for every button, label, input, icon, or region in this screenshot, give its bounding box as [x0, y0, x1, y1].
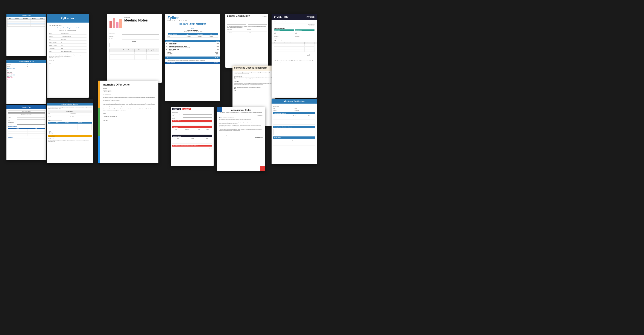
list-item: Event Name Speaker - Topic: [7, 72, 45, 74]
doc5-parties: Landlord Tenant: [227, 21, 266, 25]
doc12-objective-section: Meeting objective: [172, 120, 212, 122]
table-row: [273, 122, 315, 125]
doc1-title: Training Plan: [6, 14, 46, 17]
doc9-trainee-field: Trainee: [8, 117, 45, 118]
doc14-date-leader-row: Date Leader: [273, 108, 315, 109]
doc13-subtitle: The terms and conditions of the employme…: [220, 112, 262, 113]
doc13-dear: Dear «» name of the employee «»: [220, 117, 262, 118]
doc11-sign-name: <<Print your name>>: [102, 118, 156, 120]
sidebar-bot: [98, 136, 100, 163]
doc12-header: MEETING AGENDA: [171, 107, 214, 111]
table-row: [8, 26, 45, 27]
doc12-address-field: Meeting Address:: [172, 117, 212, 118]
doc5-text: The parties agree to the terms and condi…: [227, 26, 266, 28]
purchase-order-doc: Zylker 1AXX, Downtown Avenue, Los Angele…: [165, 14, 220, 101]
conference-plan-doc: CONFERENCE PLAN Conference Host Location…: [6, 60, 46, 104]
doc2-greeting: Dear Richard Johnnson,: [49, 25, 86, 26]
doc13-body4: Your compensation is rumoured to be paid…: [220, 129, 262, 132]
doc12-preparation-field: Preparation/topic:: [172, 112, 212, 113]
doc6-header: SOFTWARE LICENSE AGREEMENT: [232, 66, 276, 71]
doc6-checkbox-area: I agree to the terms and conditions of t…: [234, 87, 274, 89]
doc10-grand-total: Grand Total: [48, 135, 92, 137]
doc11-sign-title: <<Your title>>: [102, 120, 156, 121]
training-plan-large-doc: Training Plan [ Name of your training ] …: [6, 105, 46, 160]
doc5-title: RENTAL AGREEMENT: [227, 15, 250, 18]
doc3-title-area: Activity Meeting Notes: [124, 17, 148, 22]
doc4-company: Zylker: [168, 16, 179, 20]
doc3-table-header: Topic Discussion & Agreements Action Ite…: [110, 49, 159, 52]
doc7-header: ZYLKER INC. INVOICE: [272, 14, 317, 20]
doc13-content: Appointment Order The terms and conditio…: [217, 107, 265, 140]
doc4-totals: Sub Total630.00 Tax(18.70%):28.35 Tax(7.…: [165, 51, 220, 56]
doc12-decisions: Decisions Prepared by: [172, 147, 212, 149]
internship-offer-letter-doc: Internship Offer Letter «» Date «» «» St…: [98, 81, 158, 163]
table-row: UPS 07/03/2023 07/03/2021 321014: [168, 36, 218, 38]
doc12-agenda-label: AGENDA: [182, 108, 191, 110]
doc14-notes-section: Meeting Notes / Decisions / Issues: [273, 126, 315, 128]
meeting-agenda-doc: MEETING AGENDA Preparation/topic: Date (…: [171, 107, 214, 166]
list-item: 3 Print Ad - Basic - Color 1/8 size Colo…: [165, 48, 220, 51]
table-row: [273, 117, 315, 120]
doc7-order-header: Qty Product Description Price Amount: [272, 42, 317, 44]
bar4: [119, 19, 122, 28]
doc7-invoice-label: INVOICE: [306, 16, 314, 18]
col-required: Required: [30, 18, 38, 20]
doc14-attendance-section: Attendance at Meeting: [273, 112, 315, 114]
doc10-service-title: Zylker Catering Service: [47, 103, 93, 106]
table-row: [48, 124, 92, 126]
doc8-body: Conference Host Location Date March 17, …: [6, 63, 46, 83]
doc9-comments-label: COMMENTS: [8, 137, 45, 138]
doc12-body: Preparation/topic: Date (MM/DD/YYYY): Ti…: [171, 111, 214, 150]
doc11-student-name: «» Student Name «»: [102, 90, 156, 91]
doc14-body: Meeting Name Date Leader Purpose Prepare…: [272, 104, 317, 147]
doc10-totals: Total Discount Estimated Tax: Grand Tota…: [48, 131, 92, 137]
doc7-billing: Billing Address Company Name Address Cit…: [274, 30, 294, 39]
table-row: [172, 139, 212, 141]
doc12-date-field: Date (MM/DD/YYYY):: [172, 114, 212, 115]
doc6-body: This Software License Agreement (the "Ag…: [232, 71, 276, 92]
meeting-notes-doc: Activity Meeting Notes Timekeeper: Recor…: [107, 14, 162, 83]
doc2-field-email: Email: richus_123@zylkerx.com: [49, 51, 86, 53]
doc3-activity: Activity: [124, 17, 148, 19]
doc10-quote-by: Quote Prepared by: [48, 138, 92, 139]
doc11-student-address: «» Student Address «»: [102, 91, 156, 92]
doc5-header: RENTAL AGREEMENT No. 00001: [226, 14, 268, 19]
list-item: Event Name Speaker - Topic: [7, 76, 45, 78]
doc14-purpose-prepared-row: Purpose Prepared by: [273, 110, 315, 111]
doc14-action-section: Action Items: [273, 136, 315, 139]
checkbox-icon: [234, 90, 236, 91]
doc5-tenant: Tenant: [248, 21, 266, 25]
doc5-fields: Property Address Rent Amount Lease Start…: [227, 29, 266, 35]
doc4-title: PURCHASE ORDER: [168, 23, 218, 26]
zylker-inc-letter-doc: Zylker Inc Dear Richard Johnnson, Thank …: [47, 14, 89, 98]
bar1: [110, 21, 112, 28]
doc3-field-timekeeper: Timekeeper:: [110, 33, 159, 35]
catering-service-doc: Zylker Zylker Catering Service Our rate …: [47, 99, 93, 163]
doc2-field-name: Name: Richard Johnnson: [49, 33, 86, 35]
doc9-body: [ Name of your training ] [ Description …: [6, 109, 46, 145]
checkbox-icon: [234, 87, 236, 89]
doc8-title: CONFERENCE PLAN: [6, 60, 46, 63]
doc7-service-info: Service Number Service Date: [272, 24, 317, 27]
doc14-attendance-table: Name Position Note: [273, 115, 315, 125]
doc11-date-field: «» Date «»: [102, 88, 156, 89]
doc8-date2: March 18, 2023: [7, 74, 45, 76]
doc11-title: Internship Offer Letter: [102, 83, 156, 86]
doc11-para3: Please contact «»Supervisor's Name«» or …: [102, 108, 156, 111]
doc10-footer: This quote is valid for 7 days and is ba…: [48, 140, 92, 142]
training-plan-small-doc: Training Plan Name Summary Description R…: [6, 14, 46, 56]
doc6-preamble: This Software License Agreement (the "Ag…: [234, 72, 274, 74]
table-row: [172, 141, 212, 144]
doc1-table: Name Summary Description Required Traini…: [7, 18, 45, 27]
doc4-thank-you: Thank you for your business! If you have…: [165, 59, 220, 62]
table-row: [110, 55, 159, 57]
doc9-total-field: Total: [8, 120, 45, 121]
doc12-agenda-table: Topic Presenter Time: [172, 138, 212, 144]
doc3-meeting: Meeting Notes: [124, 19, 148, 22]
col-summary: Summary: [13, 18, 21, 20]
table-row: [272, 47, 317, 49]
doc4-grand-total: Total$ 703.45: [165, 57, 220, 59]
doc6-background-title: BACKGROUND: [234, 75, 274, 77]
table-row: [273, 120, 315, 122]
doc5-number: No. 00001: [263, 16, 266, 17]
